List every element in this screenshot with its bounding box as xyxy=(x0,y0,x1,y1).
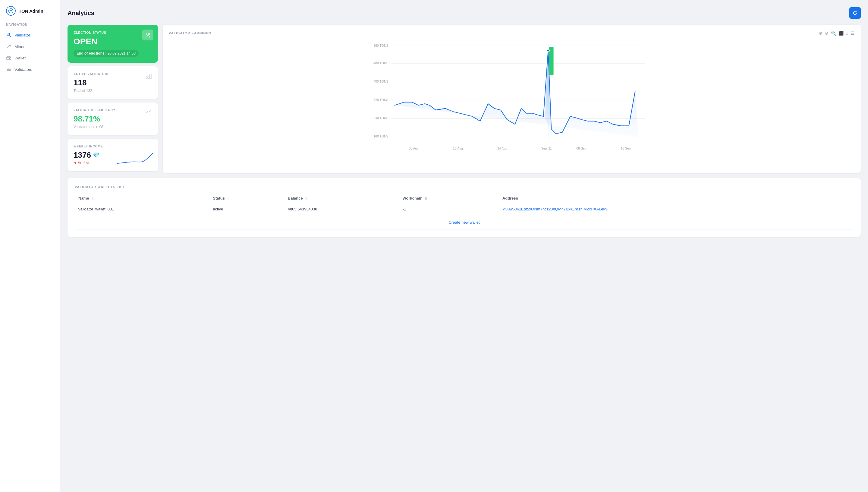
logo-icon xyxy=(6,6,16,16)
active-validators-value: 118 xyxy=(74,78,152,88)
validators-table: Name ⇅ Status ⇅ Balance ⇅ Workchain ⇅ xyxy=(75,194,853,230)
table-body: validator_wallet_001 active 4805.5439348… xyxy=(75,203,853,230)
earnings-chart: 560 TONS 480 TONS 400 TONS 320 TONS 240 … xyxy=(169,41,855,167)
logo-area: TON Admin xyxy=(0,6,60,23)
sidebar-item-validators-label: Validators xyxy=(15,67,32,72)
row-address: kf8uw5J61EpzZiONm7hcz23nQMn7BxlE7d1hiM2x… xyxy=(499,203,853,215)
list-icon xyxy=(6,67,11,72)
weekly-sparkline xyxy=(117,151,153,166)
sidebar-item-miner[interactable]: Miner xyxy=(0,41,60,52)
active-validators-sub: Total of 132 xyxy=(74,89,152,93)
chart-container: 560 TONS 480 TONS 400 TONS 320 TONS 240 … xyxy=(169,41,855,167)
svg-text:16 Sep: 16 Sep xyxy=(620,147,631,150)
row-status: active xyxy=(209,203,284,215)
chart-title: VALIDATOR EARNINGS xyxy=(169,31,211,35)
row-name: validator_wallet_001 xyxy=(75,203,209,215)
election-end-row: End of elections: 20.09.2021 14:53 xyxy=(74,50,138,57)
active-validators-card: ACTIVE VALIDATORS 118 Total of 132 xyxy=(68,66,158,99)
address-link[interactable]: kf8uw5J61EpzZiONm7hcz23nQMn7BxlE7d1hiM2x… xyxy=(503,207,609,211)
table-section-title: VALIDATOR WALLETS LIST xyxy=(75,185,853,189)
sidebar-item-validator-label: Validator xyxy=(15,33,30,38)
col-workchain[interactable]: Workchain ⇅ xyxy=(399,194,499,203)
table-section: VALIDATOR WALLETS LIST Name ⇅ Status ⇅ B… xyxy=(68,178,861,237)
election-label: Election status xyxy=(74,31,152,34)
wallet-icon xyxy=(6,55,11,60)
sidebar-item-validators[interactable]: Validators xyxy=(0,64,60,75)
svg-text:160 TONS: 160 TONS xyxy=(374,134,388,138)
sort-balance-icon: ⇅ xyxy=(305,197,307,200)
svg-point-1 xyxy=(10,10,11,11)
svg-rect-7 xyxy=(146,77,147,79)
chart-controls: ⊕ ⊖ 🔍 ⬛ ⌂ ☰ xyxy=(819,31,855,35)
person-icon xyxy=(6,32,11,38)
table-row: validator_wallet_001 active 4805.5439348… xyxy=(75,203,853,215)
svg-text:400 TONS: 400 TONS xyxy=(374,80,388,83)
home-icon[interactable]: ⌂ xyxy=(846,31,848,35)
svg-text:560 TONS: 560 TONS xyxy=(374,44,388,47)
efficiency-value: 98.71% xyxy=(74,114,152,124)
svg-text:480 TONS: 480 TONS xyxy=(374,61,388,65)
sort-status-icon: ⇅ xyxy=(227,197,230,200)
create-wallet-link[interactable]: Create new wallet xyxy=(449,220,480,225)
svg-point-2 xyxy=(8,33,10,35)
refresh-button[interactable] xyxy=(849,7,861,19)
zoom-in-icon[interactable]: ⊕ xyxy=(819,31,822,35)
sort-workchain-icon: ⇅ xyxy=(425,197,427,200)
create-wallet-cell: Create new wallet xyxy=(75,215,853,230)
efficiency-sub: Validator index: 98 xyxy=(74,125,152,129)
col-status[interactable]: Status ⇅ xyxy=(209,194,284,203)
menu-icon[interactable]: ☰ xyxy=(851,31,855,35)
svg-rect-29 xyxy=(549,47,554,75)
table-head: Name ⇅ Status ⇅ Balance ⇅ Workchain ⇅ xyxy=(75,194,853,203)
diamond-icon: 💎 xyxy=(93,152,99,158)
sidebar-item-validator[interactable]: Validator xyxy=(0,29,60,41)
col-balance[interactable]: Balance ⇅ xyxy=(284,194,399,203)
efficiency-label: VALIDATOR EFFICIENCY xyxy=(74,108,152,112)
row-workchain: -1 xyxy=(399,203,499,215)
sidebar: TON Admin NAVIGATION Validator Miner xyxy=(0,0,60,492)
svg-text:Sep '21: Sep '21 xyxy=(541,147,552,150)
svg-text:320 TONS: 320 TONS xyxy=(374,98,388,102)
row-balance: 4805.543934838 xyxy=(284,203,399,215)
election-icon-button[interactable] xyxy=(142,29,153,41)
app-name: TON Admin xyxy=(19,8,43,14)
weekly-income-label: Weekly income xyxy=(74,145,152,148)
col-name[interactable]: Name ⇅ xyxy=(75,194,209,203)
efficiency-card: VALIDATOR EFFICIENCY 98.71% Validator in… xyxy=(68,102,158,135)
main-content: Analytics Election stat xyxy=(60,0,868,492)
search-icon[interactable]: 🔍 xyxy=(831,31,836,35)
svg-rect-4 xyxy=(9,58,10,59)
download-icon[interactable]: ⬛ xyxy=(839,31,844,35)
weekly-income-value: 1376 xyxy=(74,150,91,160)
pick-icon xyxy=(6,44,11,49)
svg-text:240 TONS: 240 TONS xyxy=(374,116,388,120)
active-validators-label: ACTIVE VALIDATORS xyxy=(74,72,152,76)
svg-text:24 Aug: 24 Aug xyxy=(497,147,507,150)
sidebar-item-wallet-label: Wallet xyxy=(15,56,26,60)
weekly-income-change-value: ▼ 50.2 % xyxy=(74,161,90,165)
svg-text:08 Aug: 08 Aug xyxy=(409,147,418,150)
svg-rect-9 xyxy=(150,74,151,79)
sort-name-icon: ⇅ xyxy=(91,197,94,200)
left-cards: Election status OPEN End of elections: 2… xyxy=(68,25,158,173)
chart-header: VALIDATOR EARNINGS ⊕ ⊖ 🔍 ⬛ ⌂ ☰ xyxy=(169,31,855,35)
svg-text:Returned 2 stakes: Returned 2 stakes xyxy=(550,75,553,96)
sidebar-item-wallet[interactable]: Wallet xyxy=(0,52,60,64)
election-end-time: 20.09.2021 14:53 xyxy=(108,51,136,55)
top-row: Election status OPEN End of elections: 2… xyxy=(68,25,861,173)
page-header: Analytics xyxy=(68,7,861,19)
svg-rect-8 xyxy=(148,75,150,79)
svg-text:16 Aug: 16 Aug xyxy=(453,147,463,150)
sidebar-item-miner-label: Miner xyxy=(15,44,25,49)
page-title: Analytics xyxy=(68,10,94,17)
chart-card: VALIDATOR EARNINGS ⊕ ⊖ 🔍 ⬛ ⌂ ☰ 560 TONS … xyxy=(163,25,861,173)
zoom-out-icon[interactable]: ⊖ xyxy=(825,31,828,35)
nav-label: NAVIGATION xyxy=(0,23,60,29)
svg-text:08 Sep: 08 Sep xyxy=(576,147,586,150)
svg-point-31 xyxy=(547,49,550,52)
election-status: OPEN xyxy=(74,37,152,46)
col-address: Address xyxy=(499,194,853,203)
weekly-income-card: Weekly income 1376 💎 ▼ 50.2 % xyxy=(68,139,158,171)
election-card: Election status OPEN End of elections: 2… xyxy=(68,25,158,63)
create-wallet-row: Create new wallet xyxy=(75,215,853,230)
